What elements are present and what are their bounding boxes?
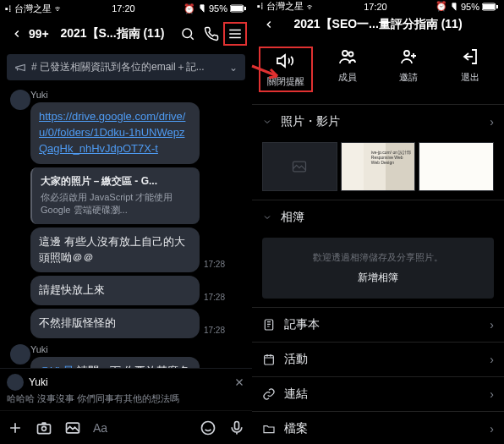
members-button[interactable]: 成員: [320, 47, 375, 92]
battery-icon: [450, 3, 458, 11]
calendar-icon: [262, 353, 276, 366]
activity-section[interactable]: 活動 ›: [252, 342, 504, 376]
wifi-icon: ᯤ: [54, 3, 63, 14]
battery-label: 95%: [461, 2, 479, 12]
message-bubble[interactable]: @Yi 易 請問一下 你要放甚麼名稱再上面呀＠＠ 17:30: [30, 357, 200, 368]
reply-message: 哈哈哈 沒事沒事 你們同事有其他的想法嗎: [7, 392, 245, 405]
menu-button[interactable]: [223, 22, 247, 46]
chat-scroll[interactable]: Yuki https://drive.google.com/drive/u/0/…: [0, 84, 252, 368]
svg-rect-4: [38, 424, 51, 433]
chevron-right-icon: ›: [490, 387, 494, 401]
add-button[interactable]: [7, 419, 24, 436]
annotation-arrow: [250, 61, 288, 86]
invite-button[interactable]: 邀請: [381, 47, 436, 92]
action-row: 關閉提醒 成員 邀請 退出: [252, 36, 504, 104]
folder-icon: [262, 422, 276, 436]
mic-button[interactable]: [228, 419, 245, 436]
battery-shape-icon: [482, 3, 499, 11]
alarm-icon: ⏰: [436, 1, 447, 12]
avatar[interactable]: [10, 344, 30, 365]
back-button[interactable]: [5, 22, 29, 46]
svg-rect-16: [265, 320, 272, 330]
svg-rect-1: [231, 6, 243, 11]
invite-label: 邀請: [399, 71, 418, 84]
close-icon[interactable]: [233, 376, 245, 388]
mention[interactable]: @Yi 易: [39, 365, 74, 368]
files-section[interactable]: 檔案 ›: [252, 411, 504, 444]
chevron-down-icon[interactable]: ⌄: [229, 62, 238, 74]
notes-section[interactable]: 記事本 ›: [252, 307, 504, 342]
battery-icon: [198, 4, 206, 13]
chat-title: 2021【S...指南 (11): [49, 26, 176, 41]
svg-point-13: [348, 52, 353, 57]
call-button[interactable]: [200, 22, 223, 46]
links-label: 連結: [284, 386, 308, 402]
album-section[interactable]: 相簿: [252, 200, 504, 234]
svg-point-3: [183, 29, 192, 38]
text-input[interactable]: Aa: [93, 421, 188, 435]
svg-rect-2: [244, 7, 246, 10]
leave-label: 退出: [461, 71, 479, 84]
svg-rect-11: [496, 5, 498, 8]
album-hint: 歡迎透過相簿儲存及分享照片。: [271, 251, 485, 264]
photo-thumbnails: ive-jp.com/ on 設計部Responsive WebWeb Desi…: [252, 139, 504, 200]
chat-screen: ▪⁞ 台灣之星 ᯤ 17:20 ⏰ 95% 99+ 2021【S...指南 (1…: [0, 0, 252, 444]
battery-label: 95%: [209, 3, 227, 14]
message-link[interactable]: https://drive.google.com/drive/u/0/folde…: [30, 102, 200, 164]
notice-text: # 已發送相關資訊到各位的email＋記...: [31, 60, 205, 74]
megaphone-icon: [14, 62, 26, 74]
back-button[interactable]: [257, 13, 281, 36]
svg-rect-8: [235, 421, 239, 429]
unread-badge: 99+: [29, 27, 49, 41]
search-button[interactable]: [176, 22, 200, 46]
chevron-right-icon: ›: [490, 353, 494, 366]
message-bubble[interactable]: 這邊 有些人沒有放上自己的大頭照呦＠＠ 17:28: [30, 227, 200, 273]
chevron-right-icon: ›: [490, 422, 494, 436]
svg-rect-17: [265, 355, 274, 365]
gallery-button[interactable]: [64, 419, 81, 436]
thumbnail[interactable]: ive-jp.com/ on 設計部Responsive WebWeb Desi…: [341, 142, 416, 191]
carrier-label: 台灣之星: [266, 0, 304, 13]
link-icon: [262, 387, 276, 401]
camera-button[interactable]: [36, 419, 52, 436]
menu-title: 2021【SEO一...量評分指南 (11): [281, 17, 475, 32]
thumbnail[interactable]: [262, 142, 337, 191]
drive-link[interactable]: https://drive.google.com/drive/u/0/folde…: [39, 110, 185, 155]
sender-name: Yuki: [30, 90, 247, 100]
avatar[interactable]: [10, 90, 30, 110]
signal-icon: ▪⁞: [5, 3, 12, 14]
link-preview-card[interactable]: 大家的照片－繳交區 - G... 你必須啟用 JavaScript 才能使用 G…: [30, 167, 200, 224]
files-label: 檔案: [284, 421, 308, 436]
sender-name: Yuki: [30, 344, 247, 354]
clock: 17:20: [112, 3, 135, 14]
pinned-notice[interactable]: # 已發送相關資訊到各位的email＋記... ⌄: [7, 54, 245, 80]
leave-button[interactable]: 退出: [443, 47, 497, 92]
reply-name: Yuki: [29, 376, 48, 388]
message-text: 請趕快放上來: [39, 283, 105, 296]
menu-navbar: 2021【SEO一...量評分指南 (11): [252, 13, 504, 36]
create-album-button[interactable]: 新增相簿: [271, 271, 485, 285]
statusbar: ▪⁞ 台灣之星 ᯤ 17:20 ⏰ 95%: [0, 0, 252, 17]
message-bubble[interactable]: 不然排版怪怪的 17:28: [30, 309, 200, 338]
photos-label: 照片・影片: [281, 114, 340, 129]
reply-preview: Yuki 哈哈哈 沒事沒事 你們同事有其他的想法嗎: [0, 368, 252, 410]
card-subtitle: 你必須啟用 JavaScript 才能使用 Google 雲端硬碟瀏...: [41, 191, 191, 217]
svg-point-12: [342, 51, 348, 56]
input-toolbar: Aa: [0, 410, 252, 444]
menu-screen: ▪⁞ 台灣之星 ᯤ 17:20 ⏰ 95% 2021【SEO一...量評分指南 …: [252, 0, 504, 444]
svg-point-14: [404, 51, 409, 56]
signal-icon: ▪⁞: [257, 1, 264, 12]
links-section[interactable]: 連結 ›: [252, 376, 504, 411]
activity-label: 活動: [284, 352, 308, 367]
message-time: 17:28: [204, 325, 225, 337]
chevron-right-icon: ›: [490, 318, 494, 332]
battery-shape-icon: [230, 4, 247, 13]
thumbnail[interactable]: [419, 142, 494, 191]
album-label: 相簿: [281, 210, 304, 225]
clock: 17:20: [364, 2, 387, 12]
chevron-down-icon: [262, 212, 272, 222]
message-bubble[interactable]: 請趕快放上來 17:28: [30, 276, 200, 305]
chat-navbar: 99+ 2021【S...指南 (11): [0, 17, 252, 51]
emoji-button[interactable]: [200, 419, 216, 436]
photos-section[interactable]: 照片・影片 ›: [252, 104, 504, 139]
